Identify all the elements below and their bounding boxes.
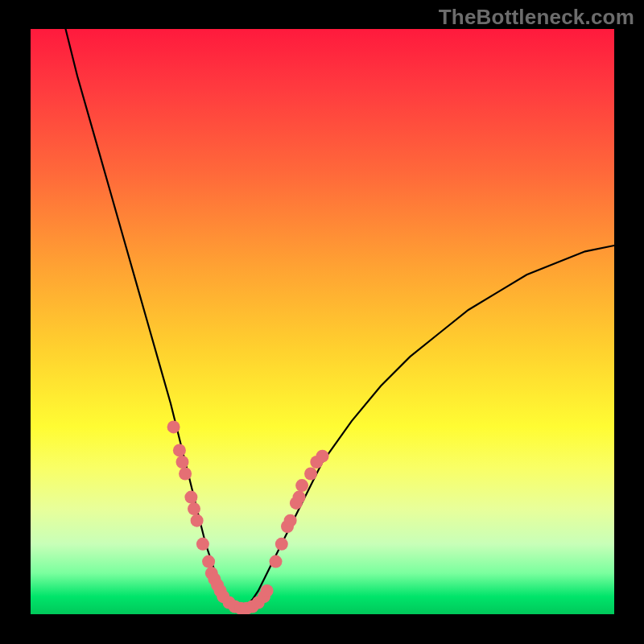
marker-dot [167, 420, 180, 433]
curve-bottleneck-curve-left [66, 29, 242, 609]
marker-dot [284, 514, 297, 527]
marker-dot [191, 514, 204, 527]
marker-dot [261, 584, 274, 597]
marker-dot [184, 491, 197, 504]
marker-dot [179, 468, 192, 481]
marker-dot [275, 538, 288, 551]
marker-dot [188, 502, 200, 515]
marker-dot [270, 555, 283, 568]
watermark-text: TheBottleneck.com [439, 5, 634, 30]
marker-dot [295, 479, 308, 492]
marker-dot [196, 538, 209, 551]
sample-markers [167, 420, 329, 614]
bottleneck-curves [66, 29, 615, 609]
marker-dot [176, 456, 189, 469]
marker-dot [304, 468, 317, 481]
chart-frame: TheBottleneck.com [0, 0, 644, 644]
marker-dot [173, 444, 186, 456]
marker-dot [316, 450, 329, 463]
marker-dot [293, 491, 306, 504]
chart-overlay [31, 29, 614, 614]
curve-bottleneck-curve-right [241, 246, 614, 609]
marker-dot [202, 555, 215, 568]
